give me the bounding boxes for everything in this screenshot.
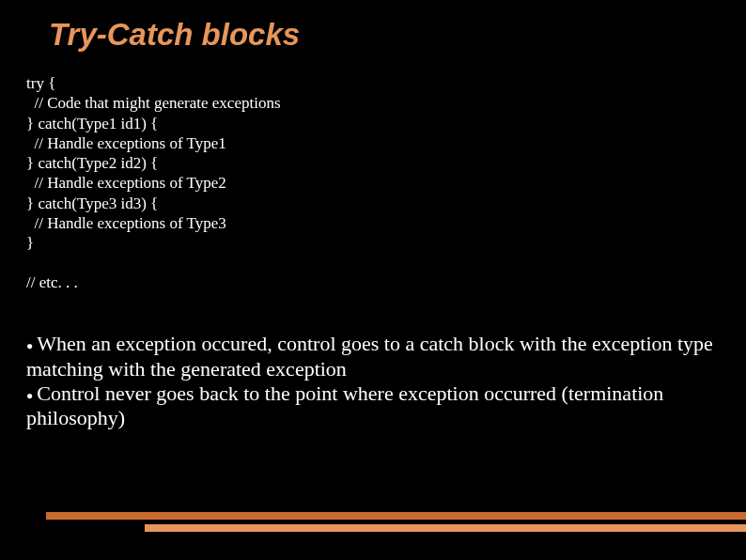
code-line: try { — [26, 74, 55, 92]
code-line: } — [26, 234, 34, 252]
code-line: } catch(Type1 id1) { — [26, 115, 158, 132]
bullet-text: Control never goes back to the point whe… — [26, 381, 663, 429]
footer-bar-dark — [46, 512, 746, 520]
body-text: ●When an exception occured, control goes… — [26, 332, 720, 431]
code-line: // Handle exceptions of Type1 — [26, 134, 226, 152]
code-line: } catch(Type3 id3) { — [26, 194, 158, 212]
slide-container: Try-Catch blocks try { // Code that migh… — [0, 0, 746, 560]
code-line: // Handle exceptions of Type3 — [26, 214, 226, 232]
code-line: // Handle exceptions of Type2 — [26, 174, 226, 192]
etc-line: // etc. . . — [26, 273, 720, 292]
bullet-icon: ● — [26, 339, 33, 352]
code-line: // Code that might generate exceptions — [26, 94, 281, 112]
footer-bar-light — [145, 524, 746, 532]
bullet-icon: ● — [26, 389, 33, 402]
code-line: } catch(Type2 id2) { — [26, 154, 158, 172]
bullet-text: When an exception occured, control goes … — [26, 332, 713, 380]
code-block: try { // Code that might generate except… — [26, 73, 720, 253]
slide-title: Try-Catch blocks — [49, 17, 720, 53]
